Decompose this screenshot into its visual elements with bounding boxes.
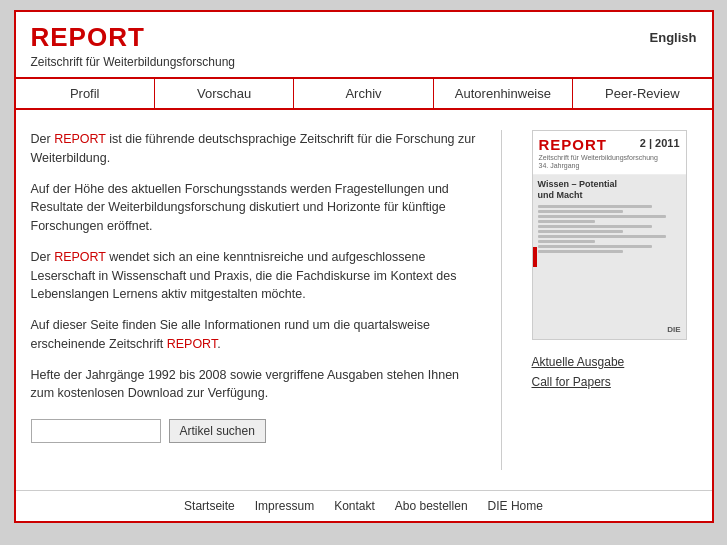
cover-line: [538, 240, 595, 243]
nav-item-vorschau[interactable]: Vorschau: [155, 79, 294, 108]
footer-link-impressum[interactable]: Impressum: [255, 499, 314, 513]
cover-line: [538, 245, 652, 248]
footer-link-abo[interactable]: Abo bestellen: [395, 499, 468, 513]
cover-line: [538, 225, 652, 228]
nav-item-profil[interactable]: Profil: [16, 79, 155, 108]
aktuelle-ausgabe-link[interactable]: Aktuelle Ausgabe: [532, 355, 625, 369]
report-highlight-1: REPORT: [54, 132, 106, 146]
site-title: REPORT: [31, 22, 236, 53]
search-button[interactable]: Artikel suchen: [169, 419, 266, 443]
cover-line: [538, 235, 667, 238]
cover-subtitle: Zeitschrift für Weiterbildungsforschung3…: [539, 154, 680, 171]
call-for-papers-link[interactable]: Call for Papers: [532, 375, 611, 389]
page-wrapper: REPORT Zeitschrift für Weiterbildungsfor…: [14, 10, 714, 523]
die-logo: DIE: [667, 325, 680, 334]
footer-link-die-home[interactable]: DIE Home: [488, 499, 543, 513]
report-highlight-2: REPORT: [54, 250, 106, 264]
cover-line: [538, 230, 624, 233]
footer-link-startseite[interactable]: Startseite: [184, 499, 235, 513]
journal-cover: REPORT 2 | 2011 Zeitschrift für Weiterbi…: [532, 130, 687, 340]
left-content: Der REPORT ist die führende deutschsprac…: [31, 130, 481, 470]
header-right: English: [650, 22, 697, 45]
nav-item-autorenhinweise[interactable]: Autorenhinweise: [434, 79, 573, 108]
right-content: REPORT 2 | 2011 Zeitschrift für Weiterbi…: [522, 130, 697, 470]
main-content: Der REPORT ist die führende deutschsprac…: [16, 110, 712, 490]
cover-links: Aktuelle Ausgabe Call for Papers: [532, 355, 687, 389]
paragraph-3: Der REPORT wendet sich an eine kenntnisr…: [31, 248, 481, 304]
language-link[interactable]: English: [650, 30, 697, 45]
cover-red-bar: [533, 247, 537, 267]
search-area: Artikel suchen: [31, 419, 481, 443]
report-highlight-3: REPORT: [167, 337, 217, 351]
site-subtitle: Zeitschrift für Weiterbildungsforschung: [31, 55, 236, 69]
paragraph-2: Auf der Höhe des aktuellen Forschungssta…: [31, 180, 481, 236]
paragraph-1: Der REPORT ist die führende deutschsprac…: [31, 130, 481, 168]
nav-item-peer-review[interactable]: Peer-Review: [573, 79, 711, 108]
search-input[interactable]: [31, 419, 161, 443]
footer-link-kontakt[interactable]: Kontakt: [334, 499, 375, 513]
navigation: Profil Vorschau Archiv Autorenhinweise P…: [16, 79, 712, 110]
cover-logo-area: DIE: [667, 325, 680, 334]
cover-header: REPORT 2 | 2011 Zeitschrift für Weiterbi…: [533, 131, 686, 175]
cover-line: [538, 220, 595, 223]
content-divider: [501, 130, 502, 470]
cover-line: [538, 210, 624, 213]
cover-lines: [538, 205, 681, 253]
cover-line: [538, 250, 624, 253]
cover-theme: Wissen – Potentialund Macht: [538, 179, 681, 202]
header-left: REPORT Zeitschrift für Weiterbildungsfor…: [31, 22, 236, 69]
nav-item-archiv[interactable]: Archiv: [294, 79, 433, 108]
paragraph-5: Hefte der Jahrgänge 1992 bis 2008 sowie …: [31, 366, 481, 404]
cover-line: [538, 205, 652, 208]
header: REPORT Zeitschrift für Weiterbildungsfor…: [16, 12, 712, 79]
cover-body: Wissen – Potentialund Macht: [533, 175, 686, 339]
cover-line: [538, 215, 667, 218]
cover-issue: 2 | 2011: [640, 137, 680, 149]
footer: Startseite Impressum Kontakt Abo bestell…: [16, 490, 712, 521]
paragraph-4: Auf dieser Seite finden Sie alle Informa…: [31, 316, 481, 354]
